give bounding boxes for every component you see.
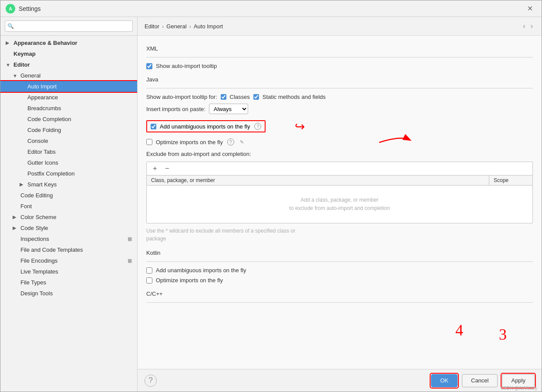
sidebar-item-file-code-templates[interactable]: File and Code Templates	[0, 244, 137, 255]
java-classes-label: Classes	[230, 94, 250, 100]
kotlin-add-unambiguous-row: Add unambiguous imports on the fly	[146, 267, 533, 274]
search-box: 🔍	[0, 17, 137, 36]
sidebar-label: Code Editing	[20, 192, 53, 199]
apply-button[interactable]: Apply	[502, 374, 535, 387]
java-section-label: Java	[146, 76, 533, 83]
bottom-buttons: OK Cancel Apply	[431, 374, 535, 387]
sidebar-label: Appearance	[27, 94, 58, 101]
sidebar-item-appearance[interactable]: Appearance	[0, 92, 137, 103]
sidebar-label: Design Tools	[20, 290, 53, 297]
sidebar-item-code-editing[interactable]: Code Editing	[0, 190, 137, 201]
optimize-help-icon[interactable]: ?	[227, 139, 234, 145]
sidebar-label: Console	[27, 138, 48, 144]
apply-wrapper: Apply	[502, 374, 535, 387]
sidebar-label: File and Code Templates	[20, 247, 83, 253]
breadcrumb-auto-import: Auto Import	[194, 23, 223, 30]
add-exclude-button[interactable]: +	[150, 164, 160, 173]
annotation-arrow2: ↪	[295, 119, 305, 134]
sidebar-item-keymap[interactable]: Keymap	[0, 48, 137, 59]
add-unambiguous-help-icon[interactable]: ?	[254, 123, 261, 130]
arrow-icon	[20, 117, 26, 122]
nav-arrows: ‹ ›	[521, 21, 535, 31]
sidebar-label: Editor	[13, 61, 30, 68]
table-col-class-header: Class, package, or member	[147, 176, 489, 185]
breadcrumb-sep2: ›	[189, 23, 191, 30]
java-tooltip-for-row: Show auto-import tooltip for: Classes St…	[146, 94, 533, 100]
annotation-num3: 3	[499, 325, 507, 344]
hint-text: Use the * wildcard to exclude all member…	[146, 227, 533, 243]
kotlin-optimize-imports-label: Optimize imports on the fly	[156, 277, 223, 284]
java-static-checkbox[interactable]	[253, 94, 259, 100]
insert-imports-row: Insert imports on paste: Always Ask Neve…	[146, 104, 533, 114]
breadcrumb-bar: Editor › General › Auto Import ‹ ›	[138, 17, 542, 36]
close-button[interactable]: ✕	[524, 3, 536, 14]
bottom-bar: ? OK Cancel Apply	[138, 369, 542, 392]
ok-button[interactable]: OK	[431, 374, 458, 387]
optimize-imports-checkbox[interactable]	[146, 139, 152, 145]
sidebar-item-design-tools[interactable]: Design Tools	[0, 288, 137, 299]
sidebar-item-auto-import[interactable]: Auto Import	[0, 81, 137, 92]
xml-show-tooltip-label: Show auto-import tooltip	[156, 63, 217, 69]
insert-imports-select[interactable]: Always Ask Never	[209, 104, 248, 114]
sidebar-item-inspections[interactable]: Inspections ▦	[0, 233, 137, 244]
exclude-table: + − Class, package, or member Scope Add …	[146, 162, 533, 223]
table-empty-message: Add a class, package, or memberto exclud…	[147, 186, 532, 223]
sidebar-label: Inspections	[20, 236, 49, 242]
add-unambiguous-wrapper: Add unambiguous imports on the fly ? ↪	[146, 120, 266, 132]
add-unambiguous-checkbox[interactable]	[151, 124, 156, 129]
cpp-section-label: C/C++	[146, 291, 533, 297]
sidebar-item-color-scheme[interactable]: ▶ Color Scheme	[0, 212, 137, 223]
sidebar-label: Appearance & Behavior	[13, 40, 77, 46]
sidebar-item-live-templates[interactable]: Live Templates	[0, 266, 137, 277]
sidebar: 🔍 ▶ Appearance & Behavior Keymap ▼	[0, 17, 138, 392]
ok-wrapper: OK	[431, 374, 458, 387]
add-unambiguous-label: Add unambiguous imports on the fly	[160, 123, 250, 130]
sidebar-item-code-folding[interactable]: Code Folding	[0, 125, 137, 135]
sidebar-item-appearance-behavior[interactable]: ▶ Appearance & Behavior	[0, 37, 137, 48]
title-bar: A Settings ✕	[0, 0, 542, 17]
kotlin-optimize-imports-checkbox[interactable]	[146, 277, 152, 284]
search-wrap: 🔍	[5, 20, 133, 32]
forward-button[interactable]: ›	[529, 21, 535, 31]
optimize-imports-row: Optimize imports on the fly ? ✎	[146, 139, 533, 145]
kotlin-add-unambiguous-label: Add unambiguous imports on the fly	[156, 267, 246, 274]
sidebar-item-code-style[interactable]: ▶ Code Style	[0, 223, 137, 233]
arrow-icon	[13, 247, 19, 253]
sidebar-item-breadcrumbs[interactable]: Breadcrumbs	[0, 103, 137, 114]
arrow-icon	[13, 204, 19, 209]
sidebar-item-editor-tabs[interactable]: Editor Tabs	[0, 146, 137, 157]
inspections-icon: ▦	[128, 236, 132, 242]
breadcrumb-editor: Editor	[145, 23, 159, 30]
remove-exclude-button[interactable]: −	[162, 164, 172, 173]
window-title: Settings	[19, 5, 524, 12]
java-classes-checkbox[interactable]	[221, 94, 226, 100]
sidebar-item-smart-keys[interactable]: ▶ Smart Keys	[0, 179, 137, 190]
sidebar-item-general[interactable]: ▼ General	[0, 70, 137, 81]
sidebar-item-editor[interactable]: ▼ Editor	[0, 59, 137, 70]
xml-show-tooltip-row: Show auto-import tooltip	[146, 63, 533, 69]
xml-show-tooltip-checkbox[interactable]	[146, 63, 152, 69]
sidebar-item-gutter-icons[interactable]: Gutter Icons	[0, 157, 137, 168]
sidebar-label: Color Scheme	[20, 214, 56, 220]
kotlin-section-label: Kotlin	[146, 250, 533, 256]
sidebar-label: Code Completion	[27, 116, 71, 122]
sidebar-item-file-encodings[interactable]: File Encodings ▦	[0, 255, 137, 266]
insert-imports-label: Insert imports on paste:	[146, 106, 205, 112]
help-button[interactable]: ?	[145, 375, 157, 387]
sidebar-item-postfix-completion[interactable]: Postfix Completion	[0, 168, 137, 179]
sidebar-item-code-completion[interactable]: Code Completion	[0, 114, 137, 125]
sidebar-item-file-types[interactable]: File Types	[0, 277, 137, 288]
sidebar-item-console[interactable]: Console	[0, 135, 137, 146]
kotlin-add-unambiguous-checkbox[interactable]	[146, 267, 152, 274]
sidebar-label: Gutter Icons	[27, 159, 58, 166]
back-button[interactable]: ‹	[521, 21, 527, 31]
xml-section-label: XML	[146, 45, 533, 52]
breadcrumb: Editor › General › Auto Import	[145, 23, 223, 30]
sidebar-label: Editor Tabs	[27, 149, 56, 155]
sidebar-item-font[interactable]: Font	[0, 201, 137, 212]
cancel-button[interactable]: Cancel	[462, 374, 498, 387]
arrow-icon: ▼	[13, 73, 19, 78]
search-input[interactable]	[5, 20, 133, 32]
optimize-edit-icon[interactable]: ✎	[239, 139, 246, 145]
file-encodings-icon: ▦	[128, 258, 132, 264]
